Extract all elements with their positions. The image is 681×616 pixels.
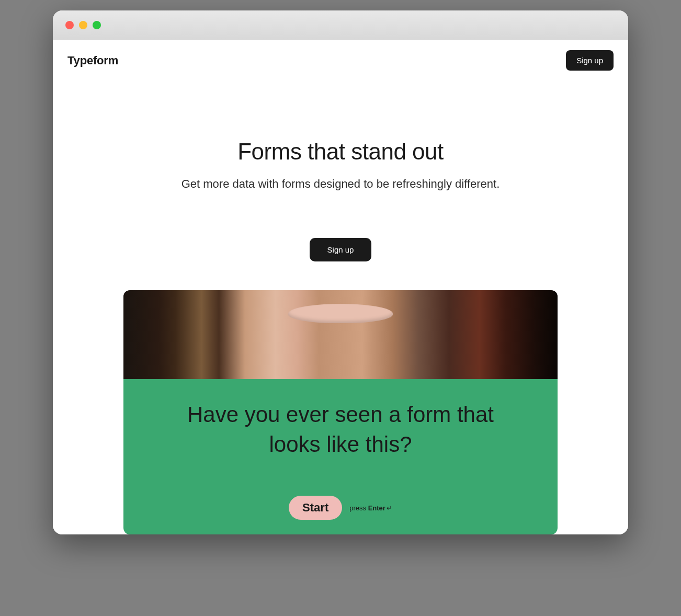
form-preview-image xyxy=(123,290,558,379)
hero: Forms that stand out Get more data with … xyxy=(53,81,628,534)
browser-window: Typeform Sign up Forms that stand out Ge… xyxy=(53,10,628,534)
form-preview: Have you ever seen a form that looks lik… xyxy=(123,290,558,534)
minimize-icon[interactable] xyxy=(79,21,87,29)
window-chrome xyxy=(53,10,628,40)
signup-button[interactable]: Sign up xyxy=(566,50,614,71)
header: Typeform Sign up xyxy=(53,40,628,81)
close-icon[interactable] xyxy=(65,21,74,29)
press-hint-prefix: press xyxy=(349,504,368,512)
form-question: Have you ever seen a form that looks lik… xyxy=(175,400,506,459)
form-actions: Start press Enter↵ xyxy=(175,496,506,520)
start-button[interactable]: Start xyxy=(289,496,342,520)
hero-title: Forms that stand out xyxy=(74,139,607,165)
press-hint: press Enter↵ xyxy=(349,504,392,512)
maximize-icon[interactable] xyxy=(93,21,101,29)
press-hint-key: Enter xyxy=(368,504,385,512)
logo[interactable]: Typeform xyxy=(67,54,118,67)
enter-icon: ↵ xyxy=(387,504,392,512)
hero-subtitle: Get more data with forms designed to be … xyxy=(74,177,607,191)
hero-signup-button[interactable]: Sign up xyxy=(310,238,372,261)
hero-cta: Sign up xyxy=(74,238,607,261)
page-content: Typeform Sign up Forms that stand out Ge… xyxy=(53,40,628,534)
form-preview-body: Have you ever seen a form that looks lik… xyxy=(123,379,558,534)
